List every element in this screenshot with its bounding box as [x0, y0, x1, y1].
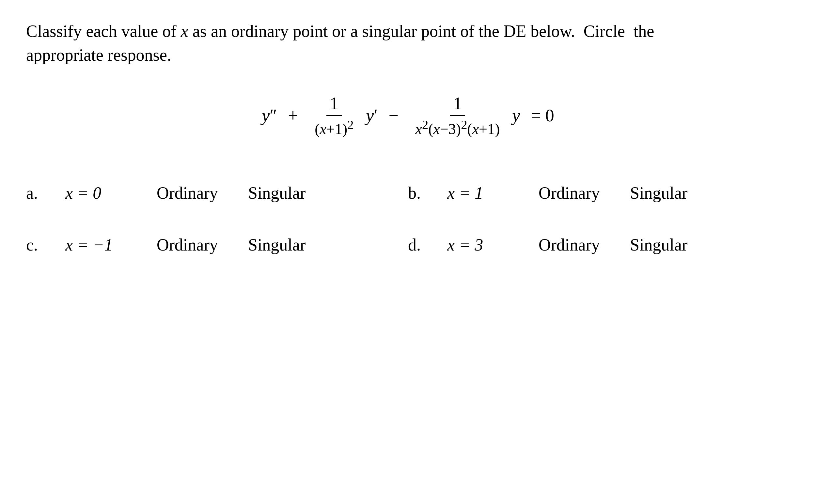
- choice-singular-a[interactable]: Singular: [248, 183, 320, 203]
- numerator-2: 1: [450, 93, 465, 116]
- denominator-2: x2(x−3)2(x+1): [412, 116, 503, 138]
- equation-block: y″ + 1 (x+1)2 y′ − 1 x2(x−3: [26, 93, 790, 138]
- choice-ordinary-a[interactable]: Ordinary: [157, 183, 228, 203]
- answer-row-b: b. x = 1 Ordinary Singular: [408, 177, 790, 209]
- label-d: d.: [408, 235, 428, 254]
- label-c: c.: [26, 235, 46, 254]
- y-term: y: [512, 105, 520, 126]
- label-a: a.: [26, 183, 46, 203]
- equals-zero: = 0: [527, 105, 554, 126]
- y-double-prime: y″: [262, 105, 277, 126]
- fraction-1: 1 (x+1)2: [309, 93, 359, 138]
- choice-ordinary-d[interactable]: Ordinary: [539, 235, 610, 254]
- instruction-text: Classify each value of x as an ordinary …: [26, 22, 654, 40]
- page: Classify each value of x as an ordinary …: [0, 0, 816, 504]
- fraction-2: 1 x2(x−3)2(x+1): [410, 93, 506, 138]
- x-value-a: x = 0: [65, 183, 137, 203]
- choice-ordinary-c[interactable]: Ordinary: [157, 235, 228, 254]
- label-b: b.: [408, 183, 428, 203]
- y-prime: y′: [366, 105, 377, 126]
- equation: y″ + 1 (x+1)2 y′ − 1 x2(x−3: [262, 93, 554, 138]
- variable-x: x: [181, 22, 188, 40]
- answer-row-a: a. x = 0 Ordinary Singular: [26, 177, 408, 209]
- plus-sign: +: [284, 105, 302, 126]
- denominator-1: (x+1)2: [311, 116, 357, 138]
- answer-row-c: c. x = −1 Ordinary Singular: [26, 229, 408, 261]
- minus-sign: −: [384, 105, 403, 126]
- x-value-c: x = −1: [65, 235, 137, 254]
- x-value-b: x = 1: [447, 183, 519, 203]
- x-value-d: x = 3: [447, 235, 519, 254]
- choice-singular-d[interactable]: Singular: [630, 235, 702, 254]
- fraction-coeff-1: 1 (x+1)2: [311, 93, 357, 138]
- numerator-1: 1: [326, 93, 342, 116]
- choice-ordinary-b[interactable]: Ordinary: [539, 183, 610, 203]
- choice-singular-c[interactable]: Singular: [248, 235, 320, 254]
- instructions: Classify each value of x as an ordinary …: [26, 20, 790, 67]
- choice-singular-b[interactable]: Singular: [630, 183, 702, 203]
- answer-grid: a. x = 0 Ordinary Singular b. x = 1 Ordi…: [26, 177, 790, 261]
- instruction-text-line2: appropriate response.: [26, 46, 171, 64]
- fraction-coeff-2: 1 x2(x−3)2(x+1): [412, 93, 503, 138]
- answer-row-d: d. x = 3 Ordinary Singular: [408, 229, 790, 261]
